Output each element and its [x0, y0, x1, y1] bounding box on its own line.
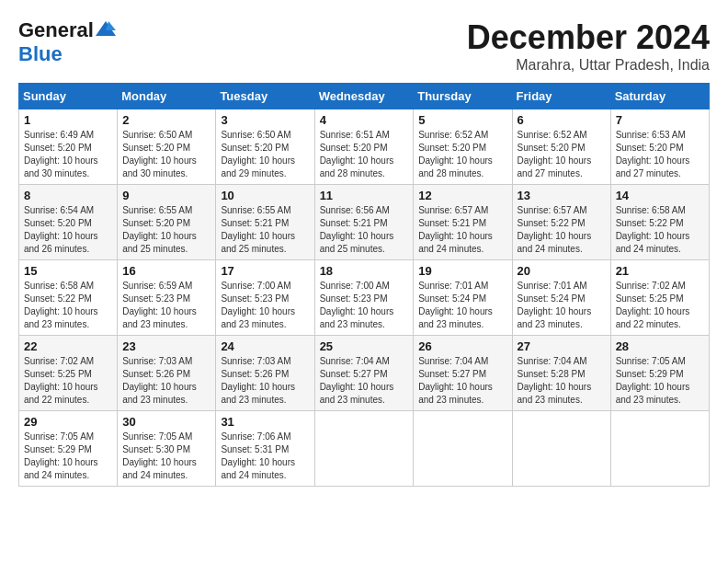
calendar-cell: 28 Sunrise: 7:05 AM Sunset: 5:29 PM Dayl… [610, 336, 709, 411]
day-info: Sunrise: 6:55 AM Sunset: 5:21 PM Dayligh… [221, 204, 309, 256]
day-number: 24 [221, 339, 309, 353]
day-number: 9 [122, 189, 210, 202]
day-info: Sunrise: 6:53 AM Sunset: 5:20 PM Dayligh… [616, 129, 704, 180]
day-number: 23 [122, 339, 210, 353]
day-number: 5 [418, 113, 506, 127]
day-info: Sunrise: 6:54 AM Sunset: 5:20 PM Dayligh… [24, 204, 112, 256]
weekday-header-friday: Friday [512, 84, 610, 109]
day-number: 11 [320, 189, 409, 202]
calendar-cell [314, 411, 414, 487]
svg-marker-1 [106, 21, 116, 30]
calendar-cell: 26 Sunrise: 7:04 AM Sunset: 5:27 PM Dayl… [414, 336, 512, 411]
day-number: 22 [24, 339, 112, 353]
calendar-table: SundayMondayTuesdayWednesdayThursdayFrid… [18, 83, 710, 487]
weekday-header-monday: Monday [118, 84, 216, 109]
day-info: Sunrise: 7:03 AM Sunset: 5:26 PM Dayligh… [122, 355, 210, 407]
day-info: Sunrise: 6:50 AM Sunset: 5:20 PM Dayligh… [122, 129, 210, 180]
calendar-cell: 6 Sunrise: 6:52 AM Sunset: 5:20 PM Dayli… [512, 109, 610, 185]
calendar-cell: 13 Sunrise: 6:57 AM Sunset: 5:22 PM Dayl… [512, 185, 610, 260]
calendar-cell: 31 Sunrise: 7:06 AM Sunset: 5:31 PM Dayl… [216, 411, 314, 487]
logo-bird-icon [96, 19, 116, 38]
day-number: 26 [418, 339, 506, 353]
calendar-cell: 24 Sunrise: 7:03 AM Sunset: 5:26 PM Dayl… [216, 336, 314, 411]
day-number: 17 [221, 264, 309, 278]
day-info: Sunrise: 6:55 AM Sunset: 5:20 PM Dayligh… [122, 204, 210, 256]
calendar-cell [610, 411, 709, 487]
calendar-cell: 14 Sunrise: 6:58 AM Sunset: 5:22 PM Dayl… [610, 185, 709, 260]
day-info: Sunrise: 6:49 AM Sunset: 5:20 PM Dayligh… [24, 129, 112, 180]
calendar-cell: 25 Sunrise: 7:04 AM Sunset: 5:27 PM Dayl… [314, 336, 414, 411]
month-title: December 2024 [467, 18, 710, 57]
day-number: 12 [418, 189, 506, 202]
day-number: 30 [122, 415, 210, 429]
day-info: Sunrise: 7:04 AM Sunset: 5:28 PM Dayligh… [518, 355, 606, 407]
calendar-week-row: 8 Sunrise: 6:54 AM Sunset: 5:20 PM Dayli… [19, 185, 710, 260]
day-number: 18 [320, 264, 409, 278]
calendar-cell: 4 Sunrise: 6:51 AM Sunset: 5:20 PM Dayli… [314, 109, 414, 185]
day-info: Sunrise: 7:04 AM Sunset: 5:27 PM Dayligh… [320, 355, 409, 407]
day-number: 27 [518, 339, 606, 353]
day-number: 13 [518, 189, 606, 202]
calendar-cell: 16 Sunrise: 6:59 AM Sunset: 5:23 PM Dayl… [118, 260, 216, 336]
day-number: 1 [24, 113, 112, 127]
day-number: 2 [122, 113, 210, 127]
day-info: Sunrise: 7:01 AM Sunset: 5:24 PM Dayligh… [518, 280, 606, 331]
day-number: 3 [221, 113, 309, 127]
day-info: Sunrise: 7:03 AM Sunset: 5:26 PM Dayligh… [221, 355, 309, 407]
day-number: 10 [221, 189, 309, 202]
calendar-cell: 20 Sunrise: 7:01 AM Sunset: 5:24 PM Dayl… [512, 260, 610, 336]
calendar-cell [414, 411, 512, 487]
day-info: Sunrise: 6:57 AM Sunset: 5:22 PM Dayligh… [518, 204, 606, 256]
day-number: 14 [616, 189, 704, 202]
calendar-cell: 5 Sunrise: 6:52 AM Sunset: 5:20 PM Dayli… [414, 109, 512, 185]
day-info: Sunrise: 6:50 AM Sunset: 5:20 PM Dayligh… [221, 129, 309, 180]
day-number: 29 [24, 415, 112, 429]
day-info: Sunrise: 7:05 AM Sunset: 5:30 PM Dayligh… [122, 431, 210, 482]
calendar-cell: 18 Sunrise: 7:00 AM Sunset: 5:23 PM Dayl… [314, 260, 414, 336]
weekday-header-tuesday: Tuesday [216, 84, 314, 109]
calendar-week-row: 1 Sunrise: 6:49 AM Sunset: 5:20 PM Dayli… [19, 109, 710, 185]
day-info: Sunrise: 6:56 AM Sunset: 5:21 PM Dayligh… [320, 204, 409, 256]
day-info: Sunrise: 7:04 AM Sunset: 5:27 PM Dayligh… [418, 355, 506, 407]
calendar-cell: 29 Sunrise: 7:05 AM Sunset: 5:29 PM Dayl… [19, 411, 118, 487]
calendar-cell: 19 Sunrise: 7:01 AM Sunset: 5:24 PM Dayl… [414, 260, 512, 336]
weekday-header-saturday: Saturday [610, 84, 709, 109]
title-area: December 2024 Marahra, Uttar Pradesh, In… [467, 18, 710, 74]
day-info: Sunrise: 6:59 AM Sunset: 5:23 PM Dayligh… [122, 280, 210, 331]
day-info: Sunrise: 6:52 AM Sunset: 5:20 PM Dayligh… [418, 129, 506, 180]
day-info: Sunrise: 6:58 AM Sunset: 5:22 PM Dayligh… [24, 280, 112, 331]
day-info: Sunrise: 7:02 AM Sunset: 5:25 PM Dayligh… [616, 280, 704, 331]
calendar-cell: 15 Sunrise: 6:58 AM Sunset: 5:22 PM Dayl… [19, 260, 118, 336]
calendar-week-row: 29 Sunrise: 7:05 AM Sunset: 5:29 PM Dayl… [19, 411, 710, 487]
logo: General Blue [18, 18, 116, 66]
weekday-header-thursday: Thursday [414, 84, 512, 109]
weekday-header-row: SundayMondayTuesdayWednesdayThursdayFrid… [19, 84, 710, 109]
day-number: 7 [616, 113, 704, 127]
day-info: Sunrise: 6:57 AM Sunset: 5:21 PM Dayligh… [418, 204, 506, 256]
day-info: Sunrise: 7:05 AM Sunset: 5:29 PM Dayligh… [616, 355, 704, 407]
calendar-cell [512, 411, 610, 487]
calendar-cell: 30 Sunrise: 7:05 AM Sunset: 5:30 PM Dayl… [118, 411, 216, 487]
day-number: 15 [24, 264, 112, 278]
calendar-cell: 17 Sunrise: 7:00 AM Sunset: 5:23 PM Dayl… [216, 260, 314, 336]
day-info: Sunrise: 6:51 AM Sunset: 5:20 PM Dayligh… [320, 129, 409, 180]
calendar-cell: 1 Sunrise: 6:49 AM Sunset: 5:20 PM Dayli… [19, 109, 118, 185]
calendar-cell: 10 Sunrise: 6:55 AM Sunset: 5:21 PM Dayl… [216, 185, 314, 260]
calendar-cell: 11 Sunrise: 6:56 AM Sunset: 5:21 PM Dayl… [314, 185, 414, 260]
calendar-cell: 8 Sunrise: 6:54 AM Sunset: 5:20 PM Dayli… [19, 185, 118, 260]
day-info: Sunrise: 7:05 AM Sunset: 5:29 PM Dayligh… [24, 431, 112, 482]
calendar-cell: 7 Sunrise: 6:53 AM Sunset: 5:20 PM Dayli… [610, 109, 709, 185]
calendar-cell: 23 Sunrise: 7:03 AM Sunset: 5:26 PM Dayl… [118, 336, 216, 411]
day-number: 6 [518, 113, 606, 127]
logo-general-text: General [18, 18, 94, 42]
page-header: General Blue December 2024 Marahra, Utta… [18, 18, 710, 74]
calendar-week-row: 22 Sunrise: 7:02 AM Sunset: 5:25 PM Dayl… [19, 336, 710, 411]
day-number: 31 [221, 415, 309, 429]
calendar-cell: 21 Sunrise: 7:02 AM Sunset: 5:25 PM Dayl… [610, 260, 709, 336]
day-info: Sunrise: 7:02 AM Sunset: 5:25 PM Dayligh… [24, 355, 112, 407]
day-number: 28 [616, 339, 704, 353]
location-title: Marahra, Uttar Pradesh, India [467, 57, 710, 74]
day-info: Sunrise: 6:58 AM Sunset: 5:22 PM Dayligh… [616, 204, 704, 256]
weekday-header-wednesday: Wednesday [314, 84, 414, 109]
day-number: 8 [24, 189, 112, 202]
